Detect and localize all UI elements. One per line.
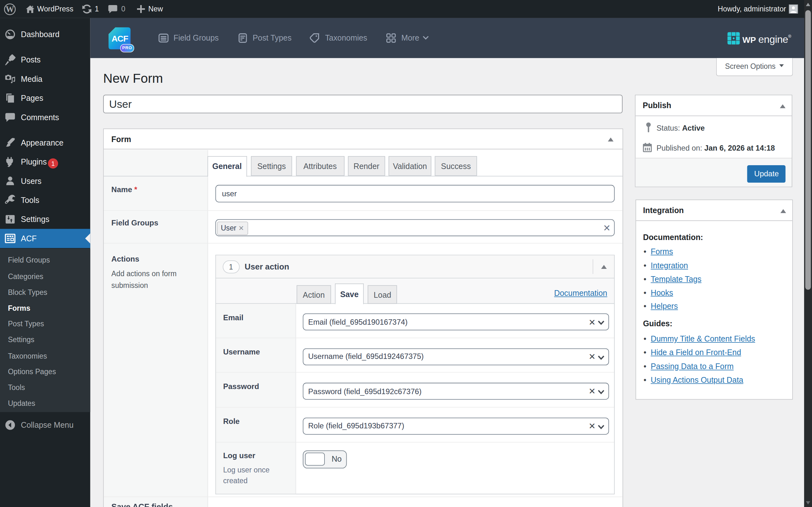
svg-text:W: W xyxy=(6,4,14,14)
svg-text:ACF: ACF xyxy=(112,34,128,43)
